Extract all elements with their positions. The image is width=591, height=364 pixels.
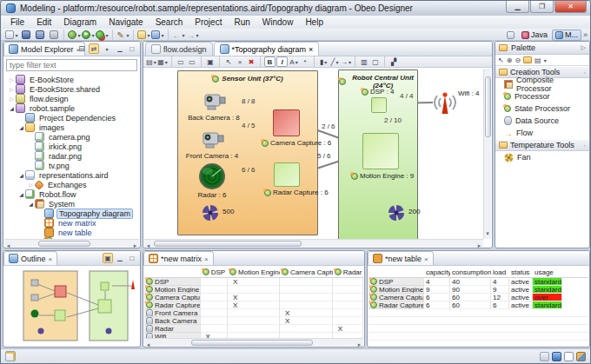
dsp-node[interactable] xyxy=(371,97,387,113)
matrix-column-header[interactable]: DSP xyxy=(201,268,228,276)
motion-engine-node[interactable] xyxy=(362,133,399,169)
open-perspective-button[interactable] xyxy=(504,30,517,41)
statusbar-tool-icon-2[interactable] xyxy=(552,352,561,361)
save-all-button[interactable] xyxy=(33,29,46,40)
snapshot-button[interactable]: ▥ xyxy=(359,56,369,67)
table-row[interactable]: DSP4404activestandard xyxy=(369,278,588,286)
tree-item[interactable]: flow.design xyxy=(4,94,139,103)
line-style-button[interactable]: ╱ xyxy=(329,56,340,67)
wifi-antenna-icon[interactable] xyxy=(433,89,457,119)
expander-icon[interactable] xyxy=(8,96,16,102)
mark-occurrences-button[interactable] xyxy=(116,29,129,40)
debug-button[interactable] xyxy=(68,29,81,40)
run-button[interactable] xyxy=(82,29,95,40)
tab-flow-odesign[interactable]: flow.odesign xyxy=(145,42,213,56)
edge-label[interactable]: 4 / 5 xyxy=(242,122,256,129)
minimize-view-button[interactable] xyxy=(115,253,125,263)
note-tool-icon[interactable]: ▤ xyxy=(535,56,541,64)
tree-item-new-matrix[interactable]: new matrix xyxy=(4,218,139,228)
zoom-in-icon[interactable]: ⊕ xyxy=(507,56,513,64)
back-camera-label[interactable]: Back Camera : 8 xyxy=(186,114,242,122)
tree-item[interactable]: Exchanges xyxy=(4,180,139,189)
maximize-button[interactable]: ❐ xyxy=(530,1,554,13)
hide-element-button[interactable]: ▭ xyxy=(176,56,186,67)
radar-label[interactable]: Radar : 6 xyxy=(193,191,231,199)
expander-icon[interactable] xyxy=(17,191,25,197)
drawer-temperature-tools[interactable]: Temperature Tools xyxy=(495,139,589,151)
minimize-button[interactable]: ▁ xyxy=(506,1,529,13)
table-row[interactable]: Camera Capture66012activeover xyxy=(369,294,588,301)
tree-item[interactable]: E-BookStore.shared xyxy=(4,84,139,94)
close-view-icon[interactable] xyxy=(424,255,428,263)
tree-item[interactable]: Robot.flow xyxy=(4,189,139,199)
pin-icon[interactable] xyxy=(584,69,586,76)
link-with-editor-button[interactable] xyxy=(89,43,99,54)
delete-button[interactable]: × xyxy=(235,56,245,67)
tree-item-new-table[interactable]: new table xyxy=(4,228,139,237)
collapse-all-button[interactable] xyxy=(76,43,87,54)
statusbar-tool-icon-4[interactable] xyxy=(576,352,586,361)
camera-capture-node[interactable] xyxy=(273,109,300,136)
close-button[interactable]: ✕ xyxy=(554,1,587,13)
front-camera-icon[interactable] xyxy=(201,129,225,154)
font-color-button[interactable]: A xyxy=(289,56,299,67)
minimize-view-button[interactable] xyxy=(115,43,125,54)
tree-item[interactable]: robot.sample xyxy=(4,103,139,113)
matrix-row[interactable]: Motion Engine xyxy=(144,286,363,294)
tree-item[interactable]: irkick.png xyxy=(4,142,139,151)
filter-input[interactable]: type filter text xyxy=(6,59,137,71)
style-button[interactable]: * xyxy=(300,56,310,67)
arrow-style-button[interactable]: → xyxy=(341,56,351,67)
outline-tab[interactable]: Outline xyxy=(3,251,57,265)
layout-button[interactable]: ▢ xyxy=(370,56,381,67)
pin-icon[interactable] xyxy=(584,142,586,149)
view-menu-button[interactable] xyxy=(101,43,113,54)
tree-item[interactable]: Project Dependencies xyxy=(4,113,139,122)
expander-icon[interactable] xyxy=(8,105,16,111)
edge-label[interactable]: 6 / 6 xyxy=(242,166,256,174)
table-column-header[interactable]: capacity xyxy=(424,268,450,276)
menu-search[interactable]: Search xyxy=(149,17,189,28)
radar-capture-node[interactable] xyxy=(274,162,300,187)
expander-icon[interactable] xyxy=(8,76,16,83)
palette-collapse-icon[interactable] xyxy=(581,44,586,51)
scroll-thumb[interactable] xyxy=(38,241,90,247)
export-image-button[interactable]: ▣ xyxy=(205,56,216,67)
edge-label[interactable]: 8 / 8 xyxy=(242,97,256,105)
matrix-column-header[interactable]: Camera Capture xyxy=(280,268,333,276)
save-button[interactable] xyxy=(19,29,32,40)
tree-item[interactable]: camera.png xyxy=(4,132,139,142)
maximize-view-button[interactable] xyxy=(127,253,137,263)
outline-thumbnail[interactable] xyxy=(4,267,139,346)
editor-vscrollbar[interactable] xyxy=(483,69,491,239)
outline-overview-mode-button[interactable] xyxy=(103,253,113,263)
tool-data-source[interactable]: Data Source xyxy=(495,115,589,127)
camera-capture-label[interactable]: Camera Capture : 6 xyxy=(262,139,331,147)
perspective-overflow[interactable]: » xyxy=(583,30,588,39)
menu-window[interactable]: Window xyxy=(256,17,300,28)
matrix-row[interactable]: Camera CaptureX xyxy=(144,294,363,301)
close-view-icon[interactable] xyxy=(49,255,53,263)
zoom-out-icon[interactable]: ⊖ xyxy=(515,56,521,64)
new-button[interactable] xyxy=(5,29,18,40)
matrix-row[interactable]: DSPX xyxy=(144,278,363,286)
select-tool-button[interactable]: ↖ xyxy=(223,56,234,67)
expander-icon[interactable] xyxy=(27,201,35,207)
explorer-hscrollbar[interactable] xyxy=(4,239,139,247)
front-camera-label[interactable]: Front Camera : 4 xyxy=(184,152,240,160)
delete-from-model-button[interactable]: ✖ xyxy=(246,56,256,67)
menu-project[interactable]: Project xyxy=(189,17,228,28)
wifi-label[interactable]: Wifi : 4 xyxy=(458,89,479,97)
perspective-modeling[interactable]: M... xyxy=(552,30,581,41)
close-view-icon[interactable] xyxy=(204,255,209,263)
tool-fan[interactable]: Fan xyxy=(495,151,589,163)
tool-composite-processor[interactable]: Composite Processor xyxy=(495,78,589,90)
reveal-element-button[interactable]: ▭ xyxy=(187,56,197,67)
table-column-header[interactable]: usage xyxy=(533,268,562,276)
bold-button[interactable]: B xyxy=(264,56,276,67)
central-fan-icon[interactable] xyxy=(388,204,405,225)
radar-capture-label[interactable]: Radar Capture : 6 xyxy=(264,189,329,196)
diagram-canvas[interactable]: Sensor Unit (37°C) Robot Central Unit (2… xyxy=(144,69,486,242)
expander-icon[interactable] xyxy=(17,124,25,130)
expander-icon[interactable] xyxy=(27,182,35,188)
